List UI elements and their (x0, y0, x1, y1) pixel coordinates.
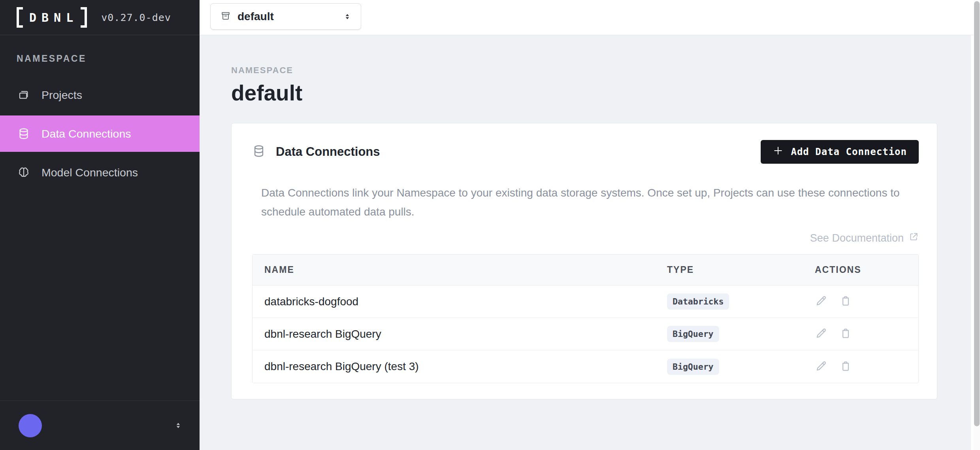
card-description: Data Connections link your Namespace to … (261, 183, 917, 221)
topbar: default (200, 0, 974, 35)
scrollbar-thumb[interactable] (974, 1, 980, 426)
connection-type-cell: BigQuery (667, 326, 815, 342)
connection-type-cell: Databricks (667, 293, 815, 310)
connection-name: dbnl-research BigQuery (test 3) (253, 360, 667, 373)
sidebar-logo-row: DBNL v0.27.0-dev (0, 0, 200, 35)
row-actions (815, 295, 918, 308)
folders-icon (17, 89, 30, 101)
database-icon (17, 127, 30, 140)
delete-button[interactable] (839, 360, 852, 374)
table-row: dbnl-research BigQuery (test 3) BigQuery (253, 350, 918, 383)
plus-icon (773, 145, 784, 159)
app-window: DBNL v0.27.0-dev NAMESPACE Projects (0, 0, 980, 450)
sidebar-item-label: Data Connections (41, 127, 131, 140)
app-version: v0.27.0-dev (101, 12, 171, 23)
edit-button[interactable] (815, 360, 827, 374)
pencil-icon (815, 360, 827, 374)
sidebar-nav: NAMESPACE Projects (0, 35, 200, 193)
logo-bracket-right-icon (81, 7, 87, 28)
doc-link-row: See Documentation (252, 232, 919, 245)
namespace-selector-value: default (237, 10, 336, 23)
scrollbar-track[interactable] (974, 0, 980, 450)
sidebar-item-label: Projects (41, 89, 82, 102)
edit-button[interactable] (815, 327, 827, 341)
sidebar-item-data-connections[interactable]: Data Connections (0, 115, 200, 152)
pencil-icon (815, 295, 827, 308)
trash-icon (839, 327, 852, 341)
trash-icon (839, 295, 852, 308)
add-button-label: Add Data Connection (791, 146, 907, 157)
caret-updown-icon (173, 421, 183, 430)
column-header-name: NAME (253, 265, 667, 275)
add-data-connection-button[interactable]: Add Data Connection (761, 140, 919, 164)
type-badge: Databricks (667, 293, 729, 310)
column-header-actions: ACTIONS (815, 265, 918, 275)
connection-name: dbnl-research BigQuery (253, 328, 667, 340)
edit-button[interactable] (815, 295, 827, 308)
card-title: Data Connections (276, 145, 380, 159)
see-documentation-link[interactable]: See Documentation (810, 232, 919, 245)
page-title: default (231, 80, 971, 106)
table-header: NAME TYPE ACTIONS (253, 255, 918, 286)
doc-link-label: See Documentation (810, 232, 904, 244)
dbnl-logo[interactable]: DBNL (17, 7, 87, 28)
namespace-selector[interactable]: default (210, 3, 361, 30)
user-menu[interactable] (0, 401, 200, 450)
sidebar-section-label: NAMESPACE (0, 53, 200, 64)
trash-icon (839, 360, 852, 374)
main-content: NAMESPACE default Data Connections (200, 35, 971, 450)
sidebar-item-label: Model Connections (41, 166, 138, 179)
type-badge: BigQuery (667, 326, 719, 342)
sidebar-item-model-connections[interactable]: Model Connections (0, 154, 200, 191)
type-badge: BigQuery (667, 359, 719, 375)
column-header-type: TYPE (667, 265, 815, 275)
main-column: default NAMESPACE default (200, 0, 974, 450)
delete-button[interactable] (839, 327, 852, 341)
box-icon (220, 10, 231, 23)
caret-updown-icon (343, 12, 352, 21)
namespace-eyebrow: NAMESPACE (231, 65, 971, 76)
table-row: dbnl-research BigQuery BigQuery (253, 318, 918, 350)
sidebar-item-projects[interactable]: Projects (0, 77, 200, 113)
delete-button[interactable] (839, 295, 852, 308)
card-header: Data Connections Add Data Connection (252, 140, 919, 164)
table-row: databricks-dogfood Databricks (253, 286, 918, 318)
pencil-icon (815, 327, 827, 341)
brain-icon (17, 166, 30, 179)
logo-text: DBNL (23, 11, 81, 25)
external-link-icon (908, 232, 919, 245)
data-connections-card: Data Connections Add Data Connection Dat… (231, 123, 937, 399)
row-actions (815, 360, 918, 374)
connections-table: NAME TYPE ACTIONS databricks-dogfood Dat… (252, 254, 919, 383)
logo-bracket-left-icon (17, 7, 23, 28)
connection-type-cell: BigQuery (667, 359, 815, 375)
row-actions (815, 327, 918, 341)
sidebar: DBNL v0.27.0-dev NAMESPACE Projects (0, 0, 200, 450)
database-icon (252, 144, 266, 159)
connection-name: databricks-dogfood (253, 295, 667, 308)
avatar[interactable] (19, 414, 42, 437)
